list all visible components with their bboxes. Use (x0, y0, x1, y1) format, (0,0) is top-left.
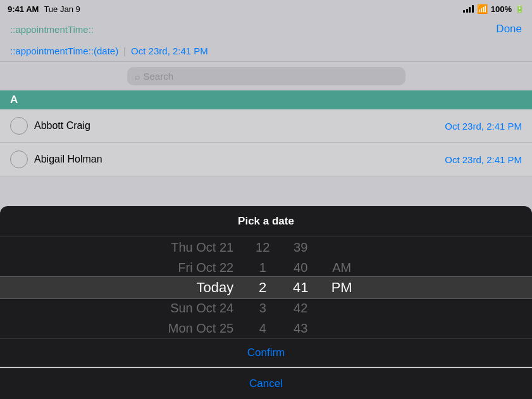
list-item-left: Abigail Holman (10, 150, 102, 168)
battery-label: 100% (491, 4, 512, 14)
search-icon: ⌕ (135, 71, 140, 82)
picker-row: 1 (244, 257, 281, 278)
subtitle-date: Oct 23rd, 2:41 PM (131, 46, 208, 56)
search-placeholder: Search (144, 71, 174, 82)
person-name: Abigail Holman (34, 154, 102, 165)
minute-column: 39 39 40 41 42 43 44 (281, 237, 319, 338)
picker-row: 39 (281, 237, 319, 257)
picker-row (319, 318, 364, 338)
picker-row: 42 (281, 298, 319, 318)
top-nav: ::appointmentTime:: Done (0, 18, 532, 40)
date-column: Wed Oct 20 Thu Oct 21 Fri Oct 22 Today S… (168, 237, 244, 338)
picker-title-bar: Pick a date (0, 206, 532, 237)
picker-row: 40 (281, 257, 319, 278)
picker-row-selected: PM (319, 278, 364, 298)
status-time: 9:41 AM (8, 4, 39, 14)
subtitle-bar: ::appointmentTime::(date) | Oct 23rd, 2:… (0, 40, 532, 62)
picker-row: 3 (244, 298, 281, 318)
picker-row: 12 (244, 237, 281, 257)
picker-row: AM (319, 257, 364, 278)
list-item[interactable]: Abbott Craig Oct 23rd, 2:41 PM (0, 109, 532, 143)
date-picker-modal: Pick a date Wed Oct 20 Thu Oct 21 Fri Oc… (0, 206, 532, 367)
picker-row (319, 298, 364, 318)
picker-columns: Wed Oct 20 Thu Oct 21 Fri Oct 22 Today S… (0, 237, 532, 338)
list-item[interactable]: Abigail Holman Oct 23rd, 2:41 PM (0, 143, 532, 176)
search-bar: ⌕ Search (0, 62, 532, 90)
section-letter: A (10, 94, 18, 106)
subtitle-divider: | (123, 46, 126, 56)
subtitle-prefix: ::appointmentTime::(date) (10, 46, 118, 56)
picker-row (319, 237, 364, 257)
picker-row: Mon Oct 25 (168, 318, 244, 338)
list-item-left: Abbott Craig (10, 117, 90, 135)
status-bar: 9:41 AM Tue Jan 9 📶 100% 🔋 (0, 0, 532, 18)
picker-title: Pick a date (238, 215, 294, 228)
modal-overlay: Pick a date Wed Oct 20 Thu Oct 21 Fri Oc… (0, 206, 532, 399)
picker-row: Sun Oct 24 (168, 298, 244, 318)
cancel-button[interactable]: Cancel (0, 368, 532, 399)
hour-column: 11 12 1 2 3 4 5 (244, 237, 281, 338)
status-icons: 📶 100% 🔋 (463, 4, 524, 14)
person-date: Oct 23rd, 2:41 PM (445, 121, 522, 132)
confirm-button[interactable]: Confirm (0, 338, 532, 367)
avatar (10, 150, 28, 168)
picker-row: 43 (281, 318, 319, 338)
picker-row: 4 (244, 318, 281, 338)
picker-row-selected: 2 (244, 278, 281, 298)
contact-list: Abbott Craig Oct 23rd, 2:41 PM Abigail H… (0, 109, 532, 176)
signal-icon (463, 5, 474, 13)
picker-row: Thu Oct 21 (168, 237, 244, 257)
picker-row-selected: Today (168, 278, 244, 298)
wifi-icon: 📶 (477, 4, 488, 14)
nav-title: ::appointmentTime:: (10, 24, 94, 35)
picker-scroll[interactable]: Wed Oct 20 Thu Oct 21 Fri Oct 22 Today S… (0, 237, 532, 338)
status-date: Tue Jan 9 (44, 4, 80, 14)
done-button[interactable]: Done (496, 23, 522, 35)
battery-icon: 🔋 (515, 4, 524, 13)
picker-row-selected: 41 (281, 278, 319, 298)
picker-row: Fri Oct 22 (168, 257, 244, 278)
confirm-label: Confirm (247, 347, 285, 359)
cancel-label: Cancel (249, 378, 283, 390)
person-name: Abbott Craig (34, 120, 90, 132)
avatar (10, 117, 28, 135)
search-field[interactable]: ⌕ Search (127, 67, 405, 85)
ampm-column: AM PM (319, 237, 364, 338)
person-date: Oct 23rd, 2:41 PM (445, 154, 522, 165)
section-header-a: A (0, 90, 532, 109)
